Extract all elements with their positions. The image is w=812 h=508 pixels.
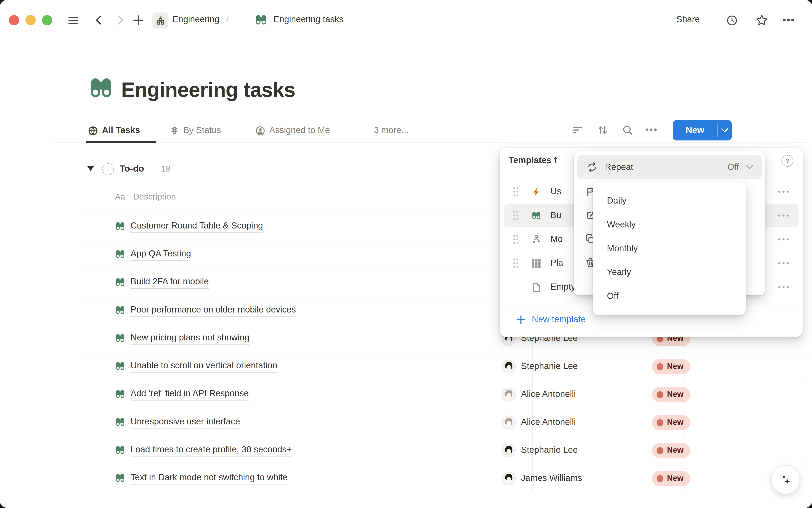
new-dropdown-button[interactable] — [718, 128, 732, 133]
task-cell[interactable]: Add ‘ref’ field in API Response — [80, 388, 493, 400]
table-row[interactable]: Text in Dark mode not switching to white… — [80, 464, 812, 492]
task-title-link[interactable]: Unable to scroll on vertical orientation — [131, 360, 277, 372]
table-row[interactable]: Add ‘ref’ field in API Response Alice An… — [80, 380, 812, 408]
option-off[interactable]: Off — [593, 284, 746, 308]
template-more-button[interactable] — [778, 262, 789, 264]
active-tab-underline — [86, 141, 156, 143]
new-page-button[interactable] — [133, 14, 144, 26]
task-cell[interactable]: Text in Dark mode not switching to white — [80, 472, 493, 484]
status-label: New — [667, 473, 683, 483]
group-toggle-icon[interactable] — [87, 166, 94, 171]
template-label: Us — [550, 186, 561, 197]
table-row[interactable]: Unable to scroll on vertical orientation… — [80, 352, 812, 380]
status-badge: New — [652, 415, 690, 430]
column-header-description[interactable]: Description — [133, 192, 176, 202]
favorite-button[interactable] — [755, 13, 768, 27]
table-row[interactable]: Unresponsive user interface Alice Antone… — [80, 408, 812, 436]
assignee-cell[interactable]: Stephanie Lee — [493, 359, 644, 373]
template-more-button[interactable] — [778, 214, 789, 217]
template-label: Pla — [550, 258, 563, 268]
binoculars-icon — [115, 417, 125, 427]
task-title-link[interactable]: Text in Dark mode not switching to white — [131, 472, 287, 484]
drag-handle-icon[interactable] — [512, 233, 520, 246]
new-button[interactable]: New — [673, 120, 732, 140]
new-template-button[interactable]: New template — [516, 314, 586, 325]
option-yearly[interactable]: Yearly — [593, 261, 746, 285]
help-button[interactable]: ? — [781, 155, 794, 167]
binoculars-icon — [115, 389, 125, 399]
search-button[interactable] — [623, 125, 633, 135]
task-title-link[interactable]: Customer Round Table & Scoping — [131, 220, 263, 232]
task-cell[interactable]: Unresponsive user interface — [80, 416, 493, 428]
task-title-link[interactable]: Add ‘ref’ field in API Response — [131, 388, 249, 400]
option-monthly[interactable]: Monthly — [593, 237, 746, 261]
clock-icon — [726, 14, 737, 26]
tab-assigned-to-me[interactable]: Assigned to Me — [255, 123, 330, 138]
share-button[interactable]: Share — [676, 14, 700, 25]
sort-button[interactable] — [597, 125, 608, 135]
assignee-cell[interactable]: Alice Antonelli — [493, 415, 644, 429]
ai-assistant-button[interactable] — [771, 465, 800, 494]
page-icon[interactable] — [89, 76, 114, 101]
repeat-menu-item[interactable]: Repeat Off — [577, 155, 762, 179]
template-more-button[interactable] — [778, 286, 789, 288]
task-title-link[interactable]: App QA Testing — [131, 248, 191, 260]
status-cell[interactable]: New — [644, 387, 690, 402]
task-title-link[interactable]: Load times to create profile, 30 seconds… — [131, 444, 292, 456]
option-daily[interactable]: Daily — [593, 189, 746, 213]
task-cell[interactable]: Customer Round Table & Scoping — [80, 220, 493, 232]
task-cell[interactable]: Unable to scroll on vertical orientation — [80, 360, 493, 372]
status-icon — [170, 126, 179, 135]
question-mark: ? — [785, 157, 790, 165]
status-cell[interactable]: New — [644, 471, 690, 486]
assignee-cell[interactable]: James Williams — [493, 471, 644, 485]
task-cell[interactable]: Load times to create profile, 30 seconds… — [80, 444, 493, 456]
traffic-minimize-button[interactable] — [26, 15, 36, 26]
table-bottom-divider — [80, 492, 812, 492]
sparkle-icon — [778, 472, 793, 487]
filter-button[interactable] — [572, 125, 583, 135]
search-icon — [623, 125, 633, 135]
group-name[interactable]: To-do — [120, 163, 144, 174]
assignee-cell[interactable]: Alice Antonelli — [493, 387, 644, 401]
task-title-link[interactable]: Unresponsive user interface — [131, 416, 240, 428]
hamburger-icon — [68, 15, 79, 26]
back-button[interactable] — [93, 14, 105, 26]
breadcrumb-page[interactable]: Engineering tasks — [273, 14, 344, 25]
drag-handle-icon[interactable] — [512, 257, 520, 269]
task-cell[interactable]: App QA Testing — [80, 248, 493, 260]
sidebar-menu-button[interactable] — [67, 14, 79, 26]
tab-all-tasks[interactable]: All Tasks — [88, 123, 140, 138]
task-cell[interactable]: Build 2FA for mobile — [80, 277, 493, 288]
task-title-link[interactable]: Poor performance on older mobile devices — [131, 304, 296, 316]
status-cell[interactable]: New — [644, 359, 690, 374]
assignee-cell[interactable]: Stephanie Lee — [493, 443, 644, 457]
task-cell[interactable]: Poor performance on older mobile devices — [80, 304, 493, 316]
task-title-link[interactable]: Build 2FA for mobile — [131, 277, 209, 288]
template-more-button[interactable] — [778, 238, 789, 241]
table-row[interactable]: Load times to create profile, 30 seconds… — [80, 436, 812, 464]
traffic-zoom-button[interactable] — [42, 15, 52, 26]
drag-handle-icon[interactable] — [512, 209, 520, 222]
avatar — [502, 415, 516, 429]
breadcrumb-workspace[interactable]: Engineering — [173, 14, 220, 25]
binoculars-icon — [115, 221, 125, 232]
status-cell[interactable]: New — [644, 443, 690, 458]
drag-handle-icon[interactable] — [512, 185, 520, 198]
forward-button[interactable] — [115, 14, 126, 26]
status-dot — [657, 363, 663, 370]
traffic-close-button[interactable] — [9, 15, 19, 26]
tab-more-views[interactable]: 3 more... — [374, 123, 409, 138]
task-title-link[interactable]: New pricing plans not showing — [131, 332, 249, 344]
tab-by-status[interactable]: By Status — [170, 123, 221, 138]
breadcrumb-workspace-button[interactable] — [152, 12, 168, 29]
template-more-button[interactable] — [778, 190, 789, 193]
window-more-button[interactable] — [783, 18, 794, 21]
assignee-name: Stephanie Lee — [521, 445, 578, 456]
history-button[interactable] — [725, 14, 738, 27]
task-cell[interactable]: New pricing plans not showing — [80, 332, 493, 344]
sort-icon — [597, 125, 608, 135]
option-weekly[interactable]: Weekly — [593, 213, 746, 237]
view-options-button[interactable] — [646, 128, 657, 131]
status-cell[interactable]: New — [644, 415, 690, 430]
